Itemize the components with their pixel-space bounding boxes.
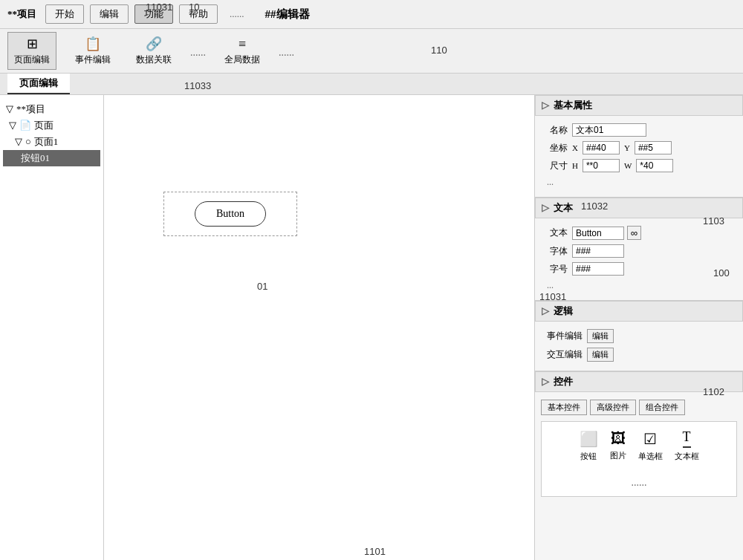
ctrl-image[interactable]: 🖼 图片: [610, 430, 626, 461]
w-label: W: [624, 161, 632, 170]
ctrl-tab-combo[interactable]: 组合控件: [639, 400, 685, 415]
menu-bar: **项目 开始 编辑 功能 帮助 ...... ##编辑器: [0, 0, 743, 29]
ctrl-dots: ......: [549, 477, 729, 489]
ctrl-image-label: 图片: [610, 450, 626, 461]
text-dots: ...: [547, 280, 554, 291]
text-section-header: ▷ 文本: [535, 198, 743, 218]
text-input-group: ∞: [572, 226, 641, 240]
name-row: 名称: [541, 123, 737, 137]
name-label: 名称: [541, 124, 568, 137]
event-edit-button[interactable]: 编辑: [587, 329, 614, 343]
props-dots-row: ...: [541, 177, 737, 188]
font-label: 字体: [541, 245, 568, 258]
controls-section: 基本控件 高级控件 组合控件 ⬜ 按钮 🖼 图片 ☑ 单选框 T: [535, 395, 743, 501]
h-label: H: [572, 161, 578, 170]
ctrl-radio-icon: ☑: [643, 430, 657, 448]
toolbar-event-edit[interactable]: 📋 事件编辑: [68, 32, 117, 70]
tree-collapse-project: ▽: [6, 103, 13, 115]
left-panel: ▽ **项目 ▽ 📄 页面 ▽ ○ 页面1 按钮01: [0, 95, 104, 560]
ctrl-textbox-icon: T: [683, 429, 691, 448]
text-props: 文本 ∞ 字体 字号 ...: [535, 221, 743, 301]
ctrl-tab-basic[interactable]: 基本控件: [541, 400, 587, 415]
global-data-icon: ≡: [239, 36, 246, 52]
ctrl-image-icon: 🖼: [611, 430, 626, 447]
project-label: **项目: [7, 7, 36, 21]
tree-project-label: **项目: [16, 102, 45, 116]
tree-page-group[interactable]: ▽ 📄 页面: [3, 117, 100, 134]
ctrl-button-label: 按钮: [580, 451, 597, 462]
ctrl-tab-advanced[interactable]: 高级控件: [590, 400, 636, 415]
x-label: X: [572, 143, 578, 152]
name-input[interactable]: [572, 123, 646, 137]
x-input[interactable]: [583, 141, 620, 154]
event-edit-label: 事件编辑: [75, 53, 111, 66]
button-widget[interactable]: Button: [163, 192, 297, 236]
page-edit-label: 页面编辑: [14, 53, 50, 66]
controls-section-header: ▷ 控件: [535, 371, 743, 392]
fontsize-input[interactable]: [572, 262, 624, 276]
event-edit-label: 事件编辑: [541, 330, 583, 342]
menu-start[interactable]: 开始: [45, 4, 84, 24]
interact-edit-button[interactable]: 编辑: [587, 348, 614, 362]
logic-title: 逻辑: [554, 305, 573, 318]
basic-props: 名称 坐标 X Y 尺寸 H W ...: [535, 119, 743, 198]
text-dots-row: ...: [541, 280, 737, 291]
interact-edit-row: 交互编辑 编辑: [541, 348, 737, 362]
size-label: 尺寸: [541, 160, 568, 172]
data-relate-icon: 🔗: [146, 36, 162, 52]
ctrl-button-icon: ⬜: [580, 430, 598, 448]
tree-page1[interactable]: ▽ ○ 页面1: [3, 134, 100, 150]
menu-help[interactable]: 帮助: [179, 4, 218, 24]
toolbar-page-edit[interactable]: ⊞ 页面编辑: [7, 32, 56, 70]
main-content: ▽ **项目 ▽ 📄 页面 ▽ ○ 页面1 按钮01 Button ▷ 基本属性: [0, 95, 743, 560]
tree-selected-label: 按钮01: [21, 152, 50, 165]
coord-row: 坐标 X Y: [541, 141, 737, 154]
props-title: 基本属性: [554, 99, 592, 112]
editor-title: ##编辑器: [265, 7, 310, 22]
toolbar: ⊞ 页面编辑 📋 事件编辑 🔗 数据关联 ...... ≡ 全局数据 .....…: [0, 29, 743, 74]
button-oval[interactable]: Button: [195, 201, 266, 227]
text-title: 文本: [554, 201, 573, 215]
page1-icon: ○: [25, 136, 31, 148]
ctrl-radio[interactable]: ☑ 单选框: [638, 430, 663, 462]
font-input[interactable]: [572, 244, 624, 258]
props-dots: ...: [547, 177, 554, 188]
w-input[interactable]: [636, 159, 673, 172]
props-arrow-icon: ▷: [542, 100, 549, 111]
text-arrow-icon: ▷: [542, 202, 549, 214]
font-row: 字体: [541, 244, 737, 258]
global-data-label: 全局数据: [224, 53, 260, 66]
size-row: 尺寸 H W: [541, 159, 737, 172]
logic-section-header: ▷ 逻辑: [535, 301, 743, 322]
coord-label: 坐标: [541, 142, 568, 154]
event-edit-row: 事件编辑 编辑: [541, 329, 737, 343]
y-input[interactable]: [635, 141, 672, 154]
text-value-row: 文本 ∞: [541, 226, 737, 240]
page-edit-icon: ⊞: [27, 36, 38, 52]
tree-collapse-page1: ▽: [15, 136, 22, 148]
tree-button01[interactable]: 按钮01: [3, 150, 100, 166]
tab-page-edit[interactable]: 页面编辑: [7, 74, 70, 94]
toolbar-global-data[interactable]: ≡ 全局数据: [218, 33, 267, 70]
tree-project[interactable]: ▽ **项目: [3, 101, 100, 117]
ctrl-textbox[interactable]: T 文本框: [675, 429, 699, 462]
logic-section: 事件编辑 编辑 交互编辑 编辑: [535, 325, 743, 371]
text-input[interactable]: [572, 227, 624, 240]
tab-bar: 页面编辑: [0, 74, 743, 95]
data-relate-label: 数据关联: [136, 53, 172, 66]
canvas-inner: Button: [104, 95, 534, 560]
menu-edit[interactable]: 编辑: [90, 4, 129, 24]
props-section-header: ▷ 基本属性: [535, 95, 743, 116]
tree-page-group-label: 页面: [34, 119, 53, 132]
infinity-button[interactable]: ∞: [627, 226, 641, 240]
y-label: Y: [624, 143, 630, 152]
ctrl-button[interactable]: ⬜ 按钮: [580, 430, 598, 462]
canvas-area[interactable]: Button: [104, 95, 535, 560]
tree-collapse-page: ▽: [9, 120, 16, 131]
menu-function[interactable]: 功能: [134, 4, 173, 24]
h-input[interactable]: [583, 159, 620, 172]
toolbar-data-relate[interactable]: 🔗 数据关联: [129, 32, 178, 70]
page-group-icon: 📄: [19, 120, 31, 131]
logic-arrow-icon: ▷: [542, 305, 549, 317]
menu-more-dots: ......: [230, 8, 244, 20]
